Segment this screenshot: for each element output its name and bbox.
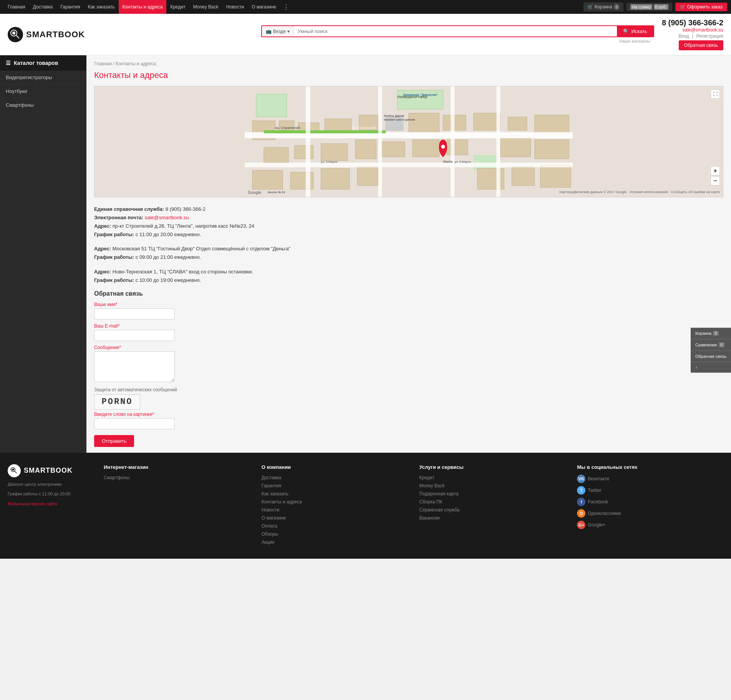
float-feedback-button[interactable]: Обратная связь	[691, 351, 731, 362]
mobile-version-link[interactable]: Мобильная версия сайта	[8, 501, 57, 506]
sum-label: На сумму	[630, 4, 652, 10]
svg-point-2	[12, 31, 15, 35]
search-bar: 📺 Везде ▾ 🔍 Искать	[261, 25, 654, 37]
footer-link-money-back[interactable]: Money Back	[419, 483, 445, 488]
captcha-image: Porno	[94, 394, 140, 410]
footer-link-warranty[interactable]: Гарантия	[262, 483, 281, 488]
float-compare-button[interactable]: Сравнение 0	[691, 339, 731, 351]
nav-delivery[interactable]: Доставка	[29, 0, 57, 14]
twitter-link[interactable]: Twitter	[588, 488, 601, 493]
nav-credit[interactable]: Кредит	[166, 0, 189, 14]
social-ok-item: O Одноклассники	[577, 509, 723, 518]
list-item: Подарочная карта	[419, 491, 566, 496]
chevron-down-icon: ▾	[287, 29, 290, 34]
footer-link-news[interactable]: Новости	[262, 507, 279, 513]
email-label-text: Ваш E-mail	[94, 323, 118, 329]
footer-link-vacancies[interactable]: Вакансии	[419, 515, 440, 521]
sidebar-item-videoregistrators[interactable]: Видеорегистраторы	[0, 71, 86, 84]
social-vk-item: VK Вконтакте	[577, 475, 723, 483]
logo[interactable]: SMARTBOOK	[8, 27, 85, 42]
svg-text:магазин шин и дисков: магазин шин и дисков	[384, 118, 415, 121]
float-cart-button[interactable]: Корзина 0	[691, 328, 731, 339]
captcha-required: *	[152, 412, 154, 417]
email-input[interactable]	[94, 330, 175, 341]
map-expand-button[interactable]: ⛶	[711, 89, 720, 99]
search-type-dropdown[interactable]: 📺 Везде ▾	[262, 26, 294, 36]
captcha-input[interactable]	[94, 418, 175, 429]
message-textarea[interactable]	[94, 351, 175, 382]
sidebar-item-smartphones[interactable]: Смартфоны	[0, 98, 86, 112]
footer-link-about[interactable]: О магазине	[262, 515, 286, 521]
footer-shop-title: Интернет-магазин	[104, 464, 250, 470]
email-link[interactable]: sale@smartbook.su	[145, 215, 189, 220]
map-container[interactable]: пр. Строителей пр. Строителей ул. 8 Март…	[94, 86, 723, 197]
list-item: Оплата	[262, 523, 408, 529]
ok-link[interactable]: Одноклассники	[588, 511, 621, 516]
svg-rect-26	[500, 136, 530, 157]
register-link[interactable]: Регистрация	[696, 33, 723, 39]
map-svg: пр. Строителей пр. Строителей ул. 8 Март…	[94, 86, 723, 197]
schedule2-label: График работы:	[94, 254, 134, 260]
main-content: Главная / Контакты и адреса Контакты и а…	[86, 55, 731, 453]
login-link[interactable]: Вход	[679, 33, 689, 39]
nav-how-to-order[interactable]: Как заказать	[84, 0, 118, 14]
schedule3-line: График работы: с 10:00 до 19:00 ежедневн…	[94, 276, 723, 285]
footer-link-service[interactable]: Сервисная служба	[419, 507, 460, 513]
facebook-link[interactable]: Facebook	[588, 499, 608, 505]
submit-button[interactable]: Отправить	[94, 435, 134, 447]
footer-link-reviews[interactable]: Обзоры	[262, 531, 278, 537]
svg-text:пр. Строителей: пр. Строителей	[275, 126, 300, 130]
our-shops-link[interactable]: Наши магазины	[619, 39, 650, 43]
zoom-out-button[interactable]: −	[711, 176, 720, 185]
svg-rect-30	[321, 169, 350, 190]
feedback-header-button[interactable]: Обратная связь	[679, 40, 723, 50]
floating-bar: Корзина 0 Сравнение 0 Обратная связь ↑	[691, 328, 731, 372]
footer-link-contacts[interactable]: Контакты и адреса	[262, 499, 302, 505]
search-button[interactable]: 🔍 Искать	[617, 26, 653, 36]
logo-text: SMARTBOOK	[26, 30, 85, 40]
vk-link[interactable]: Вконтакте	[588, 476, 609, 482]
footer-link-how-to-order[interactable]: Как заказать	[262, 491, 288, 496]
svg-text:пр. Строителей: пр. Строителей	[351, 126, 376, 130]
list-item: Сборка ПК	[419, 499, 566, 505]
zoom-in-button[interactable]: +	[711, 166, 720, 175]
sum-button[interactable]: На сумму 0 руб.	[627, 3, 672, 11]
footer-link-credit[interactable]: Кредит	[419, 475, 434, 480]
svg-rect-23	[382, 142, 405, 157]
footer-link-smartphones[interactable]: Смартфоны	[104, 475, 129, 480]
svg-rect-24	[413, 140, 439, 157]
footer-link-delivery[interactable]: Доставка	[262, 475, 282, 480]
nav-about[interactable]: О магазине	[248, 0, 280, 14]
footer-link-payment[interactable]: Оплата	[262, 523, 277, 529]
header-contact-info: 8 (905) 366-366-2 sale@smartbook.su Вход…	[662, 18, 723, 50]
header: SMARTBOOK 📺 Везде ▾ 🔍 Искать Наши магази…	[0, 14, 731, 55]
nav-warranty[interactable]: Гарантия	[56, 0, 84, 14]
search-btn-label: Искать	[631, 28, 647, 34]
checkout-button[interactable]: 🛒 Оформить заказ	[675, 3, 727, 11]
email-field-group: Ваш E-mail*	[94, 323, 723, 341]
map-zoom-controls: + −	[711, 166, 720, 185]
list-item: Вакансии	[419, 515, 566, 521]
footer-link-gift-card[interactable]: Подарочная карта	[419, 491, 459, 496]
schedule1-line: График работы: с 11:00 до 20:00 ежедневн…	[94, 230, 723, 239]
gplus-link[interactable]: Google+	[588, 522, 605, 528]
breadcrumb-home[interactable]: Главная	[94, 61, 112, 66]
search-input[interactable]	[294, 26, 617, 36]
footer-link-promo[interactable]: Акции	[262, 539, 275, 545]
sidebar-item-laptops[interactable]: Ноутбуки	[0, 84, 86, 98]
nav-news[interactable]: Новости	[222, 0, 248, 14]
main-layout: ☰ Каталог товаров Видеорегистраторы Ноут…	[0, 55, 731, 453]
svg-rect-14	[409, 113, 439, 132]
scroll-top-button[interactable]: ↑	[691, 362, 731, 372]
nav-home[interactable]: Главная	[4, 0, 29, 14]
footer-link-pc-build[interactable]: Сборка ПК	[419, 499, 443, 505]
name-input[interactable]	[94, 308, 175, 319]
svg-text:ул. 8 Марта: ул. 8 Марта	[321, 160, 338, 164]
nav-contacts[interactable]: Контакты и адреса	[119, 0, 167, 14]
cart-button[interactable]: 🛒 Корзина 0	[583, 2, 624, 12]
float-cart-label: Корзина	[695, 331, 711, 336]
footer-company-list: Доставка Гарантия Как заказать Контакты …	[262, 475, 408, 545]
sum-value: 0 руб.	[654, 4, 668, 10]
more-menu-button[interactable]: ⋮	[280, 3, 292, 11]
nav-money-back[interactable]: Money Back	[189, 0, 222, 14]
